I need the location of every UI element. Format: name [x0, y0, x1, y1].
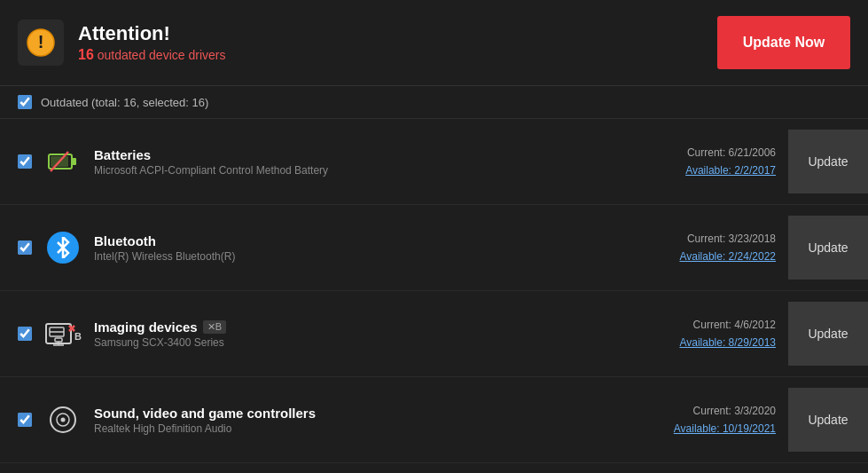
driver-checkbox-1[interactable] [18, 240, 32, 255]
driver-available-3: Available: 10/19/2021 [616, 420, 776, 438]
update-now-button[interactable]: Update Now [717, 16, 850, 69]
select-all-row: Outdated (total: 16, selected: 16) [0, 86, 868, 119]
driver-info-3: Sound, video and game controllers Realte… [94, 406, 604, 435]
svg-text:!: ! [38, 32, 44, 51]
driver-row: Sound, video and game controllers Realte… [0, 377, 868, 463]
update-button-0[interactable]: Update [788, 130, 868, 193]
driver-checkbox-2[interactable] [18, 327, 32, 341]
driver-dates-0: Current: 6/21/2006 Available: 2/2/2017 [616, 144, 776, 180]
driver-row: Bluetooth Intel(R) Wireless Bluetooth(R)… [0, 205, 868, 291]
driver-current-0: Current: 6/21/2006 [616, 144, 776, 162]
driver-icon-bluetooth [44, 229, 82, 266]
driver-subname-1: Intel(R) Wireless Bluetooth(R) [94, 250, 604, 263]
driver-info-0: Batteries Microsoft ACPI-Compliant Contr… [94, 147, 604, 177]
driver-row: B Imaging devices✕B Samsung SCX-3400 Ser… [0, 291, 868, 377]
svg-point-17 [61, 418, 66, 422]
driver-current-2: Current: 4/6/2012 [616, 316, 776, 334]
driver-subname-3: Realtek High Definition Audio [94, 422, 604, 435]
subtitle: 16 outdated device drivers [78, 47, 225, 63]
driver-name-3: Sound, video and game controllers [94, 406, 604, 421]
svg-rect-3 [72, 158, 76, 165]
driver-info-1: Bluetooth Intel(R) Wireless Bluetooth(R) [94, 233, 604, 263]
driver-icon-audio [44, 401, 82, 438]
driver-name-1: Bluetooth [94, 233, 604, 248]
driver-name-2: Imaging devices✕B [94, 319, 604, 335]
driver-dates-3: Current: 3/3/2020 Available: 10/19/2021 [616, 402, 776, 438]
driver-subname-0: Microsoft ACPI-Compliant Control Method … [94, 164, 604, 177]
driver-available-1: Available: 2/24/2022 [616, 248, 776, 265]
update-button-2[interactable]: Update [788, 302, 868, 366]
attention-title: Attention! [78, 22, 225, 45]
select-all-label[interactable]: Outdated (total: 16, selected: 16) [41, 96, 208, 109]
driver-row: Batteries Microsoft ACPI-Compliant Contr… [0, 119, 868, 205]
driver-name-0: Batteries [94, 147, 604, 162]
svg-rect-9 [55, 338, 62, 342]
driver-current-3: Current: 3/3/2020 [616, 402, 776, 420]
driver-icon-battery [44, 143, 82, 180]
driver-row: Memory technology devices Realtek PCIE C… [0, 463, 868, 473]
svg-text:B: B [74, 331, 82, 342]
header: ! Attention! 16 outdated device drivers … [0, 0, 868, 85]
driver-list: Batteries Microsoft ACPI-Compliant Contr… [0, 119, 868, 473]
driver-dates-1: Current: 3/23/2018 Available: 2/24/2022 [616, 230, 776, 266]
driver-available-0: Available: 2/2/2017 [616, 162, 776, 179]
subtitle-suffix: outdated device drivers [94, 48, 226, 62]
driver-tag: ✕B [203, 320, 226, 334]
outdated-count: 16 [78, 47, 94, 62]
update-button-1[interactable]: Update [788, 216, 868, 280]
update-button-3[interactable]: Update [788, 388, 868, 452]
driver-checkbox-0[interactable] [18, 154, 32, 169]
driver-subname-2: Samsung SCX-3400 Series [94, 336, 604, 349]
driver-dates-2: Current: 4/6/2012 Available: 8/29/2013 [616, 316, 776, 352]
driver-info-2: Imaging devices✕B Samsung SCX-3400 Serie… [94, 319, 604, 349]
driver-icon-scanner: B [44, 315, 82, 352]
driver-current-1: Current: 3/23/2018 [616, 230, 776, 248]
header-text: Attention! 16 outdated device drivers [78, 22, 225, 63]
header-left: ! Attention! 16 outdated device drivers [18, 20, 225, 66]
alert-icon: ! [18, 20, 64, 66]
select-all-checkbox[interactable] [18, 95, 32, 109]
driver-available-2: Available: 8/29/2013 [616, 334, 776, 351]
driver-checkbox-3[interactable] [18, 413, 32, 427]
